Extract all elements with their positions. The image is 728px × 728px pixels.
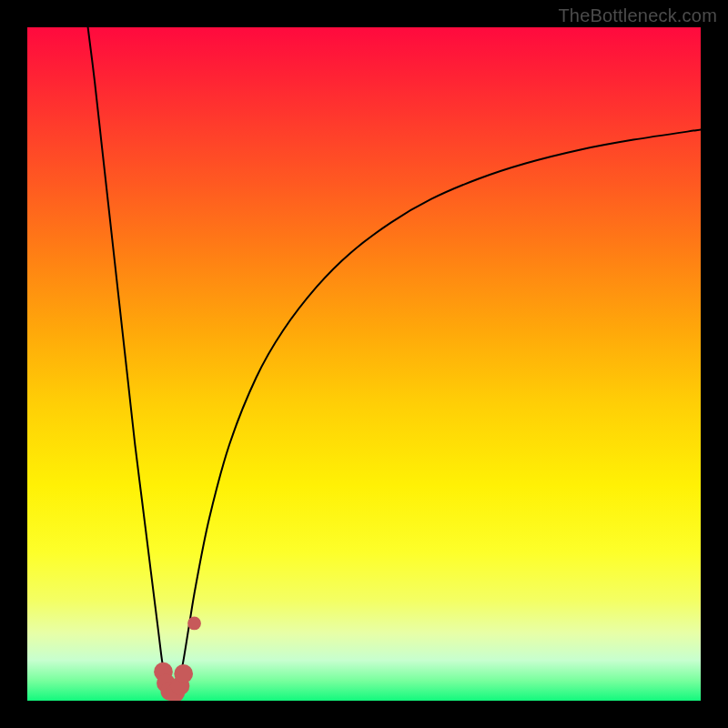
watermark-text: TheBottleneck.com — [558, 5, 717, 26]
chart-frame: TheBottleneck.com — [0, 0, 728, 728]
plot-area — [27, 27, 701, 701]
marker-gap — [187, 617, 201, 631]
markers-layer — [27, 27, 701, 701]
marker-right-2 — [174, 664, 193, 683]
